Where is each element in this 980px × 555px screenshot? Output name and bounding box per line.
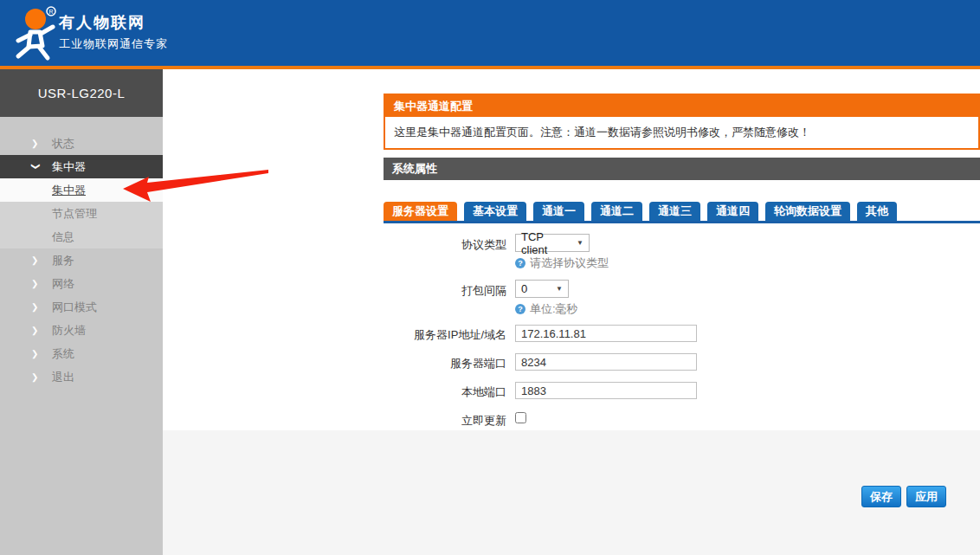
chevron-right-icon: ❯ (31, 303, 40, 312)
tab-channel-4[interactable]: 通道四 (707, 202, 758, 221)
chevron-right-icon: ❯ (31, 373, 40, 382)
brand-logo-icon: R (7, 5, 62, 62)
tab-other[interactable]: 其他 (857, 202, 897, 221)
pack-interval-label: 打包间隔 (329, 283, 506, 299)
server-port-input[interactable] (515, 353, 697, 371)
brand-name: 有人物联网 (59, 12, 145, 33)
update-now-checkbox[interactable] (515, 412, 526, 423)
settings-tabs: 服务器设置 基本设置 通道一 通道二 通道三 通道四 轮询数据设置 其他 (384, 202, 897, 221)
help-icon: ? (515, 304, 525, 314)
chevron-right-icon: ❯ (31, 256, 40, 265)
page-description: 这里是集中器通道配置页面。注意：通道一数据请参照说明书修改，严禁随意修改！ (385, 117, 978, 148)
tab-server-settings[interactable]: 服务器设置 (384, 202, 457, 221)
brand-tagline: 工业物联网通信专家 (59, 36, 168, 52)
sidebar-item-system[interactable]: ❯ 系统 (0, 342, 163, 365)
chevron-right-icon: ❯ (31, 326, 40, 335)
help-icon: ? (515, 258, 525, 268)
sidebar-item-firewall[interactable]: ❯ 防火墙 (0, 319, 163, 342)
protocol-type-select[interactable]: TCP client ▼ (515, 234, 590, 252)
page-title: 集中器通道配置 (385, 95, 978, 117)
annotation-arrow (119, 166, 274, 206)
dropdown-arrow-icon: ▼ (577, 239, 583, 247)
save-button[interactable]: 保存 (861, 486, 901, 507)
update-now-label: 立即更新 (329, 413, 506, 429)
tab-channel-1[interactable]: 通道一 (533, 202, 584, 221)
sidebar-item-port-mode[interactable]: ❯ 网口模式 (0, 295, 163, 319)
apply-button[interactable]: 应用 (906, 486, 946, 507)
tab-channel-3[interactable]: 通道三 (649, 202, 700, 221)
section-header: 系统属性 (384, 158, 980, 180)
sidebar-item-logout[interactable]: ❯ 退出 (0, 365, 163, 389)
chevron-down-icon: ❯ (31, 163, 40, 171)
pack-interval-select[interactable]: 0 ▼ (515, 280, 569, 298)
server-port-label: 服务器端口 (329, 356, 506, 371)
tab-polling-data-settings[interactable]: 轮询数据设置 (765, 202, 850, 221)
server-ip-input[interactable] (515, 325, 697, 342)
app-header: R 有人物联网 工业物联网通信专家 (0, 0, 980, 66)
server-ip-label: 服务器IP地址/域名 (329, 327, 506, 343)
tab-channel-2[interactable]: 通道二 (591, 202, 642, 221)
local-port-label: 本地端口 (329, 384, 506, 400)
local-port-input[interactable] (515, 382, 697, 399)
protocol-type-hint: ? 请选择协议类型 (515, 255, 609, 271)
sidebar-item-service[interactable]: ❯ 服务 (0, 248, 163, 272)
sidebar-item-status[interactable]: ❯ 状态 (0, 132, 163, 155)
sidebar-subitem-info[interactable]: 信息 (0, 225, 163, 248)
content-footer-area (163, 430, 980, 555)
page-info-panel: 集中器通道配置 这里是集中器通道配置页面。注意：通道一数据请参照说明书修改，严禁… (384, 94, 980, 150)
protocol-type-label: 协议类型 (329, 237, 506, 253)
chevron-right-icon: ❯ (31, 350, 40, 358)
sidebar-item-network[interactable]: ❯ 网络 (0, 272, 163, 295)
chevron-right-icon: ❯ (31, 280, 40, 288)
chevron-right-icon: ❯ (31, 139, 40, 148)
dropdown-arrow-icon: ▼ (556, 285, 563, 293)
tabs-underline (384, 221, 980, 223)
svg-text:R: R (48, 9, 53, 15)
pack-interval-hint: ? 单位:毫秒 (515, 301, 578, 317)
tab-basic-settings[interactable]: 基本设置 (464, 202, 526, 221)
device-title: USR-LG220-L (0, 69, 163, 117)
sidebar: USR-LG220-L ❯ 状态 ❯ 集中器 集中器 节点管理 信息 ❯ 服务 … (0, 69, 163, 555)
